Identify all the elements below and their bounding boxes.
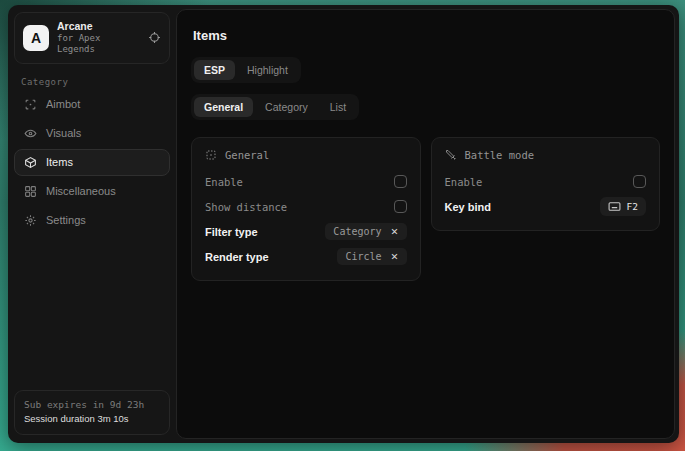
app-meta: Arcane for Apex Legends	[57, 20, 140, 56]
battle-mode-card: Battle mode Enable Key bind	[431, 137, 661, 231]
setting-row-key-bind: Key bind F2	[445, 194, 647, 219]
render-type-select[interactable]: Circle ✕	[337, 248, 406, 265]
dotted-frame-icon	[205, 149, 217, 161]
keybind-value: F2	[627, 201, 638, 212]
sidebar-item-label: Miscellaneous	[46, 185, 116, 197]
card-title: Battle mode	[465, 149, 535, 161]
grid-icon	[24, 185, 37, 198]
subscription-info-card: Sub expires in 9d 23h Session duration 3…	[14, 390, 170, 435]
sidebar-item-label: Aimbot	[46, 98, 80, 110]
setting-label: Filter type	[205, 226, 258, 238]
filter-type-select[interactable]: Category ✕	[325, 223, 406, 240]
app-logo: A	[23, 25, 49, 51]
sidebar-item-label: Settings	[46, 214, 86, 226]
app-name: Arcane	[57, 20, 140, 33]
selected-value: Circle	[345, 251, 381, 262]
tab-esp[interactable]: ESP	[194, 60, 235, 80]
tab-highlight[interactable]: Highlight	[237, 60, 298, 80]
gear-icon	[24, 214, 37, 227]
eye-icon	[24, 127, 37, 140]
category-section-label: Category	[21, 77, 170, 87]
app-subtitle: for Apex Legends	[57, 33, 140, 56]
tab-category[interactable]: Category	[255, 97, 318, 117]
setting-row-enable: Enable	[205, 169, 407, 194]
page-title: Items	[193, 28, 660, 43]
sidebar-item-label: Visuals	[46, 127, 81, 139]
keybind-button[interactable]: F2	[600, 197, 646, 216]
main-panel: Items ESP Highlight General Category Lis…	[176, 9, 675, 439]
sidebar-item-aimbot[interactable]: Aimbot	[14, 91, 170, 118]
setting-row-filter-type: Filter type Category ✕	[205, 219, 407, 244]
general-card: General Enable Show distance Filter type…	[191, 137, 421, 281]
show-distance-checkbox[interactable]	[394, 200, 407, 213]
setting-row-render-type: Render type Circle ✕	[205, 244, 407, 269]
sidebar-item-miscellaneous[interactable]: Miscellaneous	[14, 178, 170, 205]
session-duration-text: Session duration 3m 10s	[24, 412, 160, 427]
setting-label: Render type	[205, 251, 269, 263]
crosshair-target-icon[interactable]	[148, 31, 161, 44]
setting-label: Key bind	[445, 201, 491, 213]
sidebar-item-label: Items	[46, 156, 73, 168]
sidebar-nav: Aimbot Visuals Items	[14, 91, 170, 234]
setting-row-show-distance: Show distance	[205, 194, 407, 219]
tab-general[interactable]: General	[194, 97, 253, 117]
clear-icon[interactable]: ✕	[391, 252, 399, 262]
keyboard-icon	[608, 200, 621, 213]
app-window: A Arcane for Apex Legends Category	[8, 5, 679, 443]
app-header-card: A Arcane for Apex Legends	[14, 12, 170, 64]
enable-checkbox[interactable]	[394, 175, 407, 188]
sub-expires-text: Sub expires in 9d 23h	[24, 398, 160, 413]
clear-icon[interactable]: ✕	[391, 227, 399, 237]
cube-icon	[24, 156, 37, 169]
sidebar: A Arcane for Apex Legends Category	[8, 5, 176, 443]
setting-label: Enable	[445, 176, 483, 188]
sidebar-item-items[interactable]: Items	[14, 149, 170, 176]
setting-label: Show distance	[205, 201, 287, 213]
sword-icon	[445, 149, 457, 161]
view-tabs: General Category List	[191, 94, 359, 120]
selected-value: Category	[333, 226, 381, 237]
sidebar-item-settings[interactable]: Settings	[14, 207, 170, 234]
tab-list[interactable]: List	[320, 97, 356, 117]
setting-label: Enable	[205, 176, 243, 188]
setting-row-enable: Enable	[445, 169, 647, 194]
mode-tabs: ESP Highlight	[191, 57, 301, 83]
battle-enable-checkbox[interactable]	[633, 175, 646, 188]
card-title: General	[225, 149, 269, 161]
crosshair-icon	[24, 98, 37, 111]
sidebar-item-visuals[interactable]: Visuals	[14, 120, 170, 147]
